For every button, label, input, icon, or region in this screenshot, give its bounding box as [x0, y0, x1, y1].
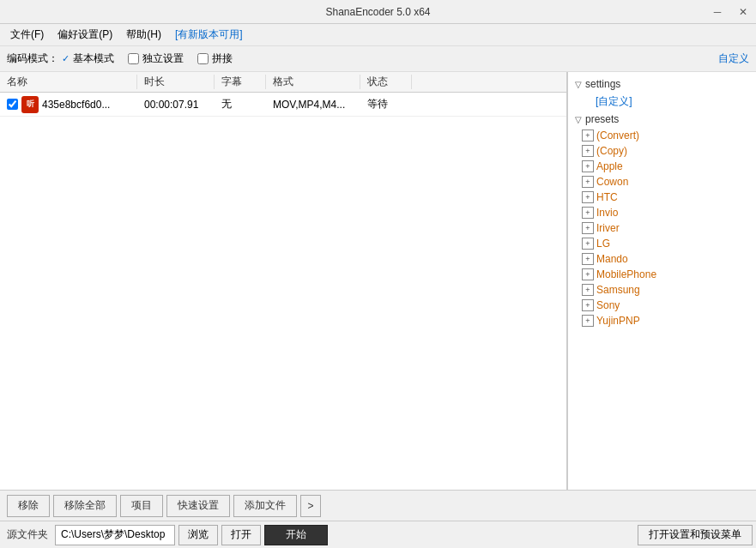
td-format: MOV,MP4,M4... — [266, 99, 360, 111]
expand-icon-htc: + — [582, 191, 594, 203]
expand-icon-mando: + — [582, 253, 594, 265]
minimize-button[interactable]: ─ — [705, 0, 730, 24]
tree-label-htc: HTC — [596, 191, 618, 203]
tree-label-mobilephone: MobilePhone — [596, 268, 656, 280]
titlebar-controls: ─ ✕ — [705, 0, 756, 23]
tree-item-copy[interactable]: + (Copy) — [568, 143, 756, 159]
menu-newversion[interactable]: [有新版本可用] — [168, 25, 250, 45]
tree-label-convert: (Convert) — [596, 129, 639, 142]
file-icon: 听 — [21, 96, 39, 113]
menubar: 文件(F) 偏好设置(P) 帮助(H) [有新版本可用] — [0, 24, 756, 46]
table-body: 听 435e8bcf6d0... 00:00:07.91 无 MOV,MP4,M… — [0, 93, 566, 490]
open-button[interactable]: 打开 — [221, 525, 261, 545]
tree-item-iriver[interactable]: + Iriver — [568, 220, 756, 236]
basic-mode-label: 基本模式 — [73, 51, 114, 66]
tree-item-mobilephone[interactable]: + MobilePhone — [568, 267, 756, 282]
tree-label-presets: presets — [585, 113, 619, 125]
th-duration: 时长 — [137, 75, 215, 89]
toolbar: 编码模式： ✓ 基本模式 独立设置 拼接 自定义 — [0, 46, 756, 72]
quick-settings-button[interactable]: 快速设置 — [166, 495, 230, 517]
more-button[interactable]: > — [300, 495, 321, 517]
independent-item[interactable]: 独立设置 — [128, 51, 184, 66]
source-path-display: C:\Users\梦梦\Desktop — [55, 525, 175, 545]
tree-item-custom[interactable]: [自定义] — [568, 93, 756, 111]
tree-label-samsung: Samsung — [596, 284, 640, 296]
menu-prefs[interactable]: 偏好设置(P) — [51, 25, 119, 45]
tree-item-samsung[interactable]: + Samsung — [568, 282, 756, 298]
file-name: 435e8bcf6d0... — [42, 99, 110, 111]
td-status: 等待 — [360, 97, 412, 111]
basic-mode-checkmark: ✓ — [62, 53, 70, 64]
remove-all-button[interactable]: 移除全部 — [53, 495, 117, 517]
tree-item-invio[interactable]: + Invio — [568, 205, 756, 220]
file-icon-text: 听 — [27, 99, 34, 110]
tree-label-mando: Mando — [596, 253, 628, 265]
table-header: 名称 时长 字幕 格式 状态 — [0, 72, 566, 93]
td-name: 听 435e8bcf6d0... — [0, 96, 137, 113]
table-row[interactable]: 听 435e8bcf6d0... 00:00:07.91 无 MOV,MP4,M… — [0, 93, 566, 117]
tree-item-settings[interactable]: ▽ settings — [568, 75, 756, 93]
tree-item-lg[interactable]: + LG — [568, 236, 756, 251]
tree-item-cowon[interactable]: + Cowon — [568, 174, 756, 190]
expander-custom — [582, 95, 596, 109]
tree-label-iriver: Iriver — [596, 222, 620, 234]
tree-label-custom: [自定义] — [596, 94, 632, 109]
independent-checkbox[interactable] — [128, 53, 139, 64]
items-button[interactable]: 项目 — [120, 495, 163, 517]
td-subtitle: 无 — [215, 97, 266, 111]
encoding-mode-item: 编码模式： ✓ 基本模式 — [7, 51, 114, 66]
custom-button[interactable]: 自定义 — [718, 51, 749, 66]
tree-label-settings: settings — [585, 78, 620, 90]
td-duration: 00:00:07.91 — [137, 99, 215, 111]
th-status: 状态 — [360, 75, 412, 89]
expander-settings: ▽ — [572, 77, 585, 91]
file-panel: 名称 时长 字幕 格式 状态 听 435e8bcf6d0... 00:00:07… — [0, 72, 567, 490]
expand-icon-cowon: + — [582, 176, 594, 188]
menu-file[interactable]: 文件(F) — [3, 25, 51, 45]
browse-button[interactable]: 浏览 — [178, 525, 218, 545]
menu-help[interactable]: 帮助(H) — [119, 25, 168, 45]
preset-panel: ▽ settings [自定义] ▽ presets + (Convert) +… — [567, 72, 756, 490]
main-content: 名称 时长 字幕 格式 状态 听 435e8bcf6d0... 00:00:07… — [0, 72, 756, 490]
expand-icon-lg: + — [582, 238, 594, 250]
tree-label-sony: Sony — [596, 299, 620, 311]
expand-icon-copy: + — [582, 145, 594, 157]
tree-item-sony[interactable]: + Sony — [568, 298, 756, 313]
independent-label: 独立设置 — [142, 51, 184, 66]
th-format: 格式 — [266, 75, 360, 89]
expand-icon-yujinpnp: + — [582, 315, 594, 327]
tree-item-mando[interactable]: + Mando — [568, 251, 756, 267]
start-button[interactable]: 开始 — [264, 525, 328, 545]
tree-label-invio: Invio — [596, 207, 618, 219]
statusbar: 源文件夹 C:\Users\梦梦\Desktop 浏览 打开 开始 打开设置和预… — [0, 521, 756, 548]
expand-icon-invio: + — [582, 207, 594, 219]
titlebar: ShanaEncoder 5.0 x64 ─ ✕ — [0, 0, 756, 24]
row-checkbox[interactable] — [7, 99, 18, 110]
expand-icon-apple: + — [582, 160, 594, 172]
add-file-button[interactable]: 添加文件 — [233, 495, 297, 517]
bottom-buttons: 移除 移除全部 项目 快速设置 添加文件 > — [0, 490, 756, 521]
expand-icon-mobilephone: + — [582, 268, 594, 280]
splice-item[interactable]: 拼接 — [197, 51, 233, 66]
expand-icon-sony: + — [582, 299, 594, 311]
tree-label-cowon: Cowon — [596, 176, 628, 188]
tree-label-lg: LG — [596, 238, 610, 250]
tree-item-htc[interactable]: + HTC — [568, 190, 756, 205]
titlebar-title: ShanaEncoder 5.0 x64 — [325, 6, 430, 18]
tree-item-convert[interactable]: + (Convert) — [568, 128, 756, 143]
expand-icon-convert: + — [582, 129, 594, 142]
encoding-mode-label: 编码模式： — [7, 51, 58, 66]
th-subtitle: 字幕 — [215, 75, 266, 89]
expand-icon-iriver: + — [582, 222, 594, 234]
splice-label: 拼接 — [212, 51, 233, 66]
remove-button[interactable]: 移除 — [7, 495, 50, 517]
close-button[interactable]: ✕ — [730, 0, 756, 24]
open-settings-button[interactable]: 打开设置和预设菜单 — [638, 525, 753, 545]
tree-item-yujinpnp[interactable]: + YujinPNP — [568, 313, 756, 328]
splice-checkbox[interactable] — [197, 53, 209, 64]
expand-icon-samsung: + — [582, 284, 594, 296]
tree-item-presets[interactable]: ▽ presets — [568, 111, 756, 128]
tree-label-yujinpnp: YujinPNP — [596, 315, 640, 327]
tree-label-copy: (Copy) — [596, 145, 627, 157]
tree-item-apple[interactable]: + Apple — [568, 159, 756, 174]
